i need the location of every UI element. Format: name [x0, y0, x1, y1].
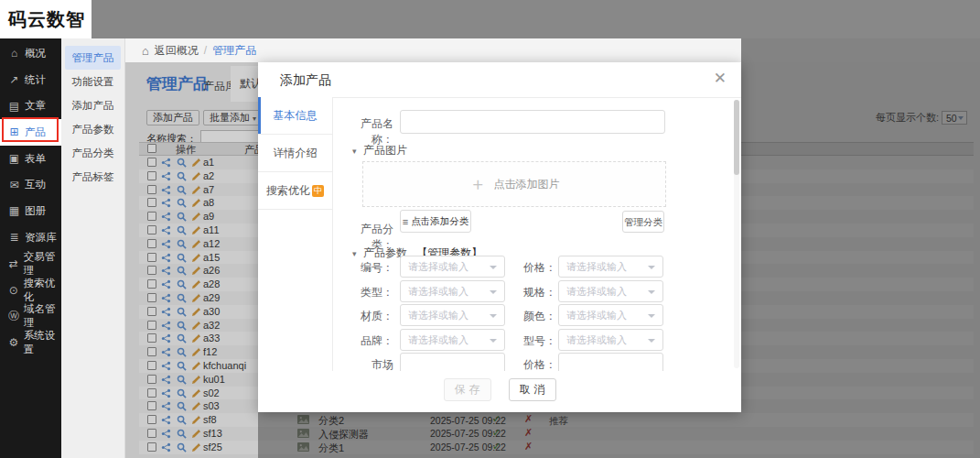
sidebar-item-12[interactable]: ⚙系统设置: [0, 330, 61, 356]
close-icon[interactable]: ✕: [714, 71, 727, 86]
search-icon[interactable]: [177, 279, 187, 289]
row-checkbox[interactable]: [147, 293, 156, 302]
edit-icon[interactable]: [191, 239, 201, 249]
image-section-header[interactable]: ▾ 产品图片: [352, 143, 407, 158]
param-select-right-4[interactable]: 请选择或输入: [558, 329, 663, 351]
edit-icon[interactable]: [191, 185, 201, 195]
param-select-left-4[interactable]: 请选择或输入: [400, 329, 505, 351]
edit-icon[interactable]: [191, 307, 201, 317]
select-all-checkbox[interactable]: [147, 144, 156, 153]
subnav-item-3[interactable]: 添加产品: [65, 93, 121, 117]
search-icon[interactable]: [177, 321, 187, 331]
breadcrumb-home-link[interactable]: 返回概况: [155, 43, 199, 59]
row-checkbox[interactable]: [147, 198, 156, 207]
search-icon[interactable]: [177, 401, 187, 411]
edit-icon[interactable]: [191, 212, 201, 222]
param-select-left-3[interactable]: 请选择或输入: [400, 304, 505, 326]
share-icon[interactable]: [161, 279, 171, 289]
edit-icon[interactable]: [191, 225, 201, 235]
edit-icon[interactable]: [191, 279, 201, 289]
edit-icon[interactable]: [191, 293, 201, 303]
share-icon[interactable]: [161, 375, 171, 385]
edit-icon[interactable]: [191, 361, 201, 371]
search-icon[interactable]: [177, 415, 187, 425]
edit-icon[interactable]: [191, 388, 201, 398]
search-icon[interactable]: [177, 388, 187, 398]
search-icon[interactable]: [177, 171, 187, 181]
share-icon[interactable]: [161, 158, 171, 168]
search-icon[interactable]: [177, 361, 187, 371]
row-checkbox[interactable]: [147, 333, 156, 343]
search-icon[interactable]: [177, 266, 187, 276]
row-checkbox[interactable]: [147, 375, 156, 384]
edit-icon[interactable]: [191, 347, 201, 357]
share-icon[interactable]: [161, 347, 171, 357]
visible-check-icon[interactable]: ✓: [492, 441, 501, 453]
save-button[interactable]: 保 存: [444, 378, 491, 401]
recommend-cross-icon[interactable]: ✗: [524, 427, 533, 439]
sidebar-item-4[interactable]: ⊞产品: [0, 119, 61, 146]
row-checkbox[interactable]: [147, 279, 156, 289]
search-icon[interactable]: [177, 375, 187, 385]
search-icon[interactable]: [177, 225, 187, 235]
edit-icon[interactable]: [191, 401, 201, 411]
row-checkbox[interactable]: [147, 401, 156, 410]
share-icon[interactable]: [161, 185, 171, 195]
recommend-cross-icon[interactable]: ✗: [524, 441, 533, 453]
row-checkbox[interactable]: [147, 212, 156, 221]
param-select-right-2[interactable]: 请选择或输入: [558, 280, 663, 302]
search-icon[interactable]: [177, 158, 187, 168]
visible-check-icon[interactable]: ✓: [492, 413, 501, 425]
sidebar-item-7[interactable]: ▦图册: [0, 198, 61, 224]
param-select-left-1[interactable]: 请选择或输入: [400, 256, 505, 278]
image-upload-dropzone[interactable]: ＋ 点击添加图片: [362, 161, 666, 207]
manage-category-button[interactable]: 管理分类: [622, 211, 664, 233]
edit-icon[interactable]: [191, 333, 201, 344]
row-checkbox[interactable]: [147, 347, 156, 356]
row-checkbox[interactable]: [147, 185, 156, 194]
add-product-button[interactable]: 添加产品: [146, 110, 199, 125]
search-icon[interactable]: [177, 253, 187, 263]
row-checkbox[interactable]: [147, 253, 156, 262]
sidebar-item-11[interactable]: ⓦ域名管理: [0, 303, 61, 330]
search-icon[interactable]: [177, 185, 187, 195]
modal-tab-3[interactable]: 搜索优化中: [258, 172, 332, 210]
edit-icon[interactable]: [191, 253, 201, 263]
row-checkbox[interactable]: [147, 225, 156, 234]
scrollbar-thumb[interactable]: [734, 100, 739, 175]
row-checkbox[interactable]: [147, 321, 156, 330]
product-name-input[interactable]: [400, 110, 665, 134]
edit-icon[interactable]: [191, 321, 201, 331]
param-select-right-1[interactable]: 请选择或输入: [558, 256, 663, 278]
share-icon[interactable]: [161, 333, 171, 344]
search-icon[interactable]: [177, 212, 187, 222]
sidebar-item-9[interactable]: ⇄交易管理: [0, 251, 61, 278]
search-icon[interactable]: [177, 307, 187, 317]
row-checkbox[interactable]: [147, 415, 156, 424]
share-icon[interactable]: [161, 198, 171, 208]
param-input-left-5[interactable]: [400, 353, 505, 371]
share-icon[interactable]: [161, 225, 171, 235]
edit-icon[interactable]: [191, 375, 201, 385]
search-icon[interactable]: [177, 198, 187, 208]
cancel-button[interactable]: 取 消: [509, 378, 556, 401]
share-icon[interactable]: [161, 307, 171, 317]
share-icon[interactable]: [161, 429, 171, 439]
search-icon[interactable]: [177, 239, 187, 249]
sidebar-item-5[interactable]: ▣表单: [0, 146, 61, 172]
subnav-item-5[interactable]: 产品分类: [65, 141, 121, 165]
modal-scrollbar[interactable]: [734, 100, 739, 368]
subnav-item-4[interactable]: 产品参数: [65, 117, 121, 141]
search-icon[interactable]: [177, 293, 187, 303]
edit-icon[interactable]: [191, 158, 201, 168]
subnav-item-2[interactable]: 功能设置: [65, 70, 121, 93]
sidebar-item-10[interactable]: ⊙搜索优化: [0, 277, 61, 303]
sidebar-item-3[interactable]: ▤文章: [0, 93, 61, 119]
param-select-right-3[interactable]: 请选择或输入: [558, 304, 663, 326]
row-checkbox[interactable]: [147, 361, 156, 370]
visible-check-icon[interactable]: ✓: [492, 427, 501, 439]
sidebar-item-2[interactable]: ↗统计: [0, 67, 61, 93]
share-icon[interactable]: [161, 388, 171, 398]
share-icon[interactable]: [161, 361, 171, 371]
sidebar-item-6[interactable]: ✉互动: [0, 171, 61, 198]
